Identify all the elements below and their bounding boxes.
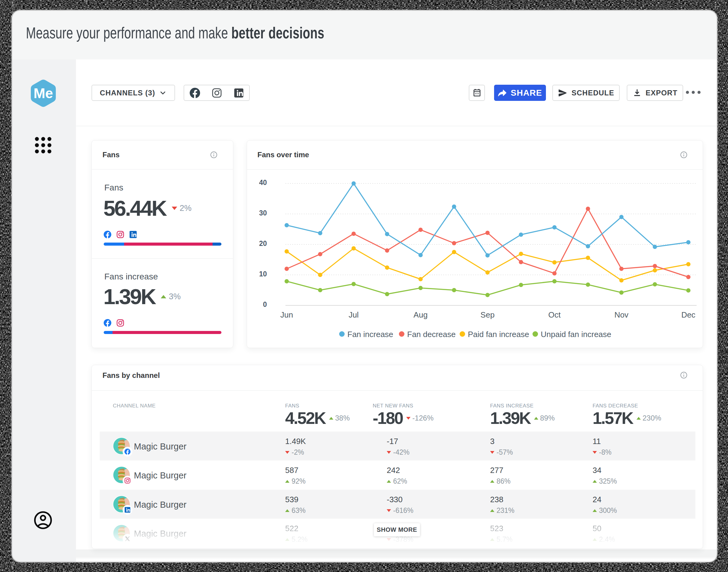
svg-text:Me: Me <box>34 85 53 101</box>
